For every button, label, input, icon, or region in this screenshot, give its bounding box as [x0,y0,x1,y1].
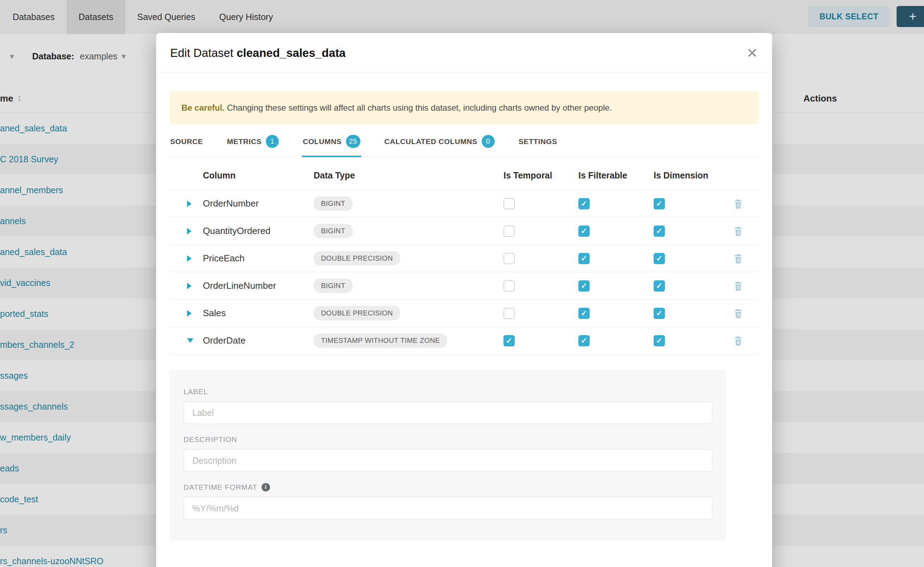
modal-title: Edit Dataset cleaned_sales_data [170,46,346,60]
column-name: Sales [203,308,226,319]
is-temporal-checkbox[interactable] [504,308,515,319]
data-type-cell: BIGINT [314,196,504,211]
expand-caret-icon[interactable] [187,283,192,289]
is-dimension-checkbox-cell [654,253,728,264]
trash-icon [733,225,743,237]
delete-cell [728,225,759,237]
is-dimension-checkbox[interactable] [654,253,665,264]
is-filterable-checkbox[interactable] [578,308,590,319]
is-temporal-checkbox-cell [504,308,578,319]
is-dimension-checkbox[interactable] [654,225,665,237]
column-header-is-filterable: Is Filterable [578,170,654,181]
tab-count-badge: 0 [482,135,495,148]
is-dimension-checkbox-cell [654,308,728,319]
warning-banner: Be careful. Changing these settings will… [170,92,759,124]
column-name-cell: PriceEach [203,253,314,264]
is-dimension-checkbox[interactable] [654,198,665,209]
description-field-label: DESCRIPTION [184,435,712,444]
description-input[interactable] [184,449,712,472]
delete-column-button[interactable] [733,253,743,264]
modal-body: Be careful. Changing these settings will… [156,73,772,562]
column-name: OrderDate [203,335,245,346]
modal-header: Edit Dataset cleaned_sales_data ✕ [156,33,772,73]
is-dimension-checkbox[interactable] [654,280,665,292]
is-temporal-checkbox[interactable] [504,280,515,292]
delete-cell [728,335,759,346]
expand-caret-icon[interactable] [187,201,192,207]
expand-caret-icon[interactable] [187,310,192,316]
is-temporal-checkbox-cell [504,253,578,264]
tab-source[interactable]: SOURCE [170,134,203,157]
expand-caret-icon[interactable] [187,228,192,234]
is-dimension-checkbox[interactable] [654,335,665,346]
expand-caret-icon[interactable] [187,338,193,343]
delete-cell [728,253,759,264]
is-filterable-checkbox[interactable] [578,198,590,209]
is-filterable-checkbox[interactable] [578,280,590,292]
tab-count-badge: 1 [266,135,279,148]
column-header-column: Column [203,170,314,181]
column-row: OrderLineNumberBIGINT [170,272,759,300]
delete-column-button[interactable] [733,280,743,292]
data-type-badge: BIGINT [314,196,353,211]
is-dimension-checkbox[interactable] [654,308,665,319]
is-temporal-checkbox[interactable] [504,335,515,346]
modal-tabs: SOURCEMETRICS1COLUMNS25CALCULATED COLUMN… [170,134,759,157]
column-name-cell: OrderLineNumber [203,280,314,291]
is-temporal-checkbox[interactable] [504,225,515,237]
is-temporal-checkbox-cell [504,225,578,237]
tab-label: SETTINGS [519,137,557,146]
warning-text: Changing these settings will affect all … [227,103,612,112]
tab-label: COLUMNS [303,137,342,146]
data-type-cell: DOUBLE PRECISION [314,306,504,320]
expand-cell [170,310,203,316]
column-header-is-dimension: Is Dimension [654,170,728,181]
modal-title-dataset-name: cleaned_sales_data [236,46,346,59]
tab-settings[interactable]: SETTINGS [518,134,558,157]
datetime-format-input[interactable] [184,497,712,520]
tab-columns[interactable]: COLUMNS25 [302,134,361,157]
is-temporal-checkbox-cell [504,280,578,292]
data-type-cell: BIGINT [314,224,504,238]
trash-icon [733,198,743,209]
expand-cell [170,228,203,234]
data-type-badge: BIGINT [314,279,353,293]
data-type-cell: DOUBLE PRECISION [314,251,504,266]
column-row: PriceEachDOUBLE PRECISION [170,245,759,272]
columns-table-header: Column Data Type Is Temporal Is Filterab… [170,161,759,190]
delete-column-button[interactable] [733,198,743,209]
column-row: QuantityOrderedBIGINT [170,218,759,245]
datetime-format-field-label: DATETIME FORMAT i [184,483,712,492]
close-button[interactable]: ✕ [746,46,758,60]
close-icon: ✕ [746,45,758,61]
delete-cell [728,280,759,292]
is-filterable-checkbox[interactable] [578,335,590,346]
expand-cell [170,338,203,343]
delete-column-button[interactable] [733,225,743,237]
data-type-badge: BIGINT [314,224,353,238]
expand-caret-icon[interactable] [187,255,192,262]
is-filterable-checkbox-cell [578,280,654,292]
is-filterable-checkbox[interactable] [578,225,590,237]
tab-calculated-columns[interactable]: CALCULATED COLUMNS0 [384,134,495,157]
tab-metrics[interactable]: METRICS1 [226,134,280,157]
columns-table-body: OrderNumberBIGINTQuantityOrderedBIGINTPr… [170,190,759,354]
info-icon[interactable]: i [262,483,270,492]
column-name-cell: Sales [203,308,314,319]
data-type-badge: DOUBLE PRECISION [314,251,400,266]
is-filterable-checkbox-cell [578,335,654,346]
is-filterable-checkbox[interactable] [578,253,590,264]
delete-column-button[interactable] [733,308,743,319]
data-type-badge: TIMESTAMP WITHOUT TIME ZONE [314,333,447,348]
column-name: QuantityOrdered [203,225,270,236]
is-filterable-checkbox-cell [578,253,654,264]
is-dimension-checkbox-cell [654,280,728,292]
label-input[interactable] [184,402,712,424]
app-root: { "nav": { "items": [ { "label": "Databa… [0,0,924,567]
modal-title-prefix: Edit Dataset [170,46,233,59]
is-temporal-checkbox[interactable] [504,253,515,264]
tab-label: CALCULATED COLUMNS [384,137,477,146]
column-name-cell: QuantityOrdered [203,225,314,236]
is-temporal-checkbox[interactable] [504,198,515,209]
delete-column-button[interactable] [733,335,743,346]
